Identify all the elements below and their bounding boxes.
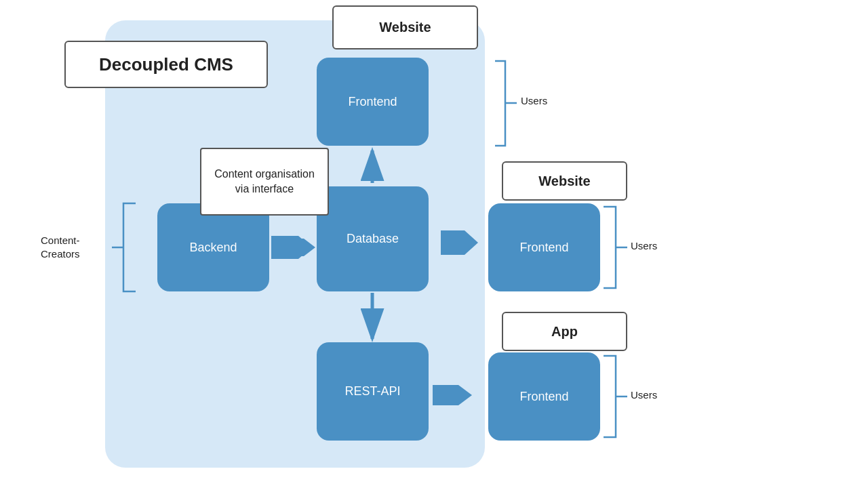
users-mid-text: Users xyxy=(631,240,657,251)
diagram-container: Decoupled CMS Website Website App Conten… xyxy=(0,0,868,488)
decoupled-cms-label: Decoupled CMS xyxy=(99,54,233,75)
content-org-box: Content organisation via interface xyxy=(200,148,329,216)
users-mid-label: Users xyxy=(631,240,657,251)
website-mid-box: Website xyxy=(502,161,627,201)
node-frontend-mid: Frontend xyxy=(488,203,600,291)
frontend-top-label: Frontend xyxy=(348,95,397,109)
users-top-text: Users xyxy=(521,95,547,106)
node-backend: Backend xyxy=(157,203,269,291)
users-bot-text: Users xyxy=(631,389,657,401)
users-top-label: Users xyxy=(521,95,547,106)
node-restapi: REST-API xyxy=(317,342,429,441)
app-label: App xyxy=(551,324,578,340)
app-box: App xyxy=(502,312,627,351)
frontend-bot-label: Frontend xyxy=(519,390,568,404)
content-org-label: Content organisation via interface xyxy=(207,167,322,197)
backend-label: Backend xyxy=(189,241,237,255)
frontend-mid-label: Frontend xyxy=(519,241,568,255)
users-bot-label: Users xyxy=(631,389,657,401)
database-label: Database xyxy=(347,232,399,246)
website-top-label: Website xyxy=(379,20,431,35)
website-top-box: Website xyxy=(332,5,478,49)
node-frontend-top: Frontend xyxy=(317,58,429,146)
restapi-label: REST-API xyxy=(344,384,400,399)
decoupled-cms-box: Decoupled CMS xyxy=(64,41,268,88)
website-mid-label: Website xyxy=(538,174,590,189)
node-database: Database xyxy=(317,186,429,291)
node-frontend-bot: Frontend xyxy=(488,352,600,441)
content-creators-label: Content-Creators xyxy=(41,234,80,260)
